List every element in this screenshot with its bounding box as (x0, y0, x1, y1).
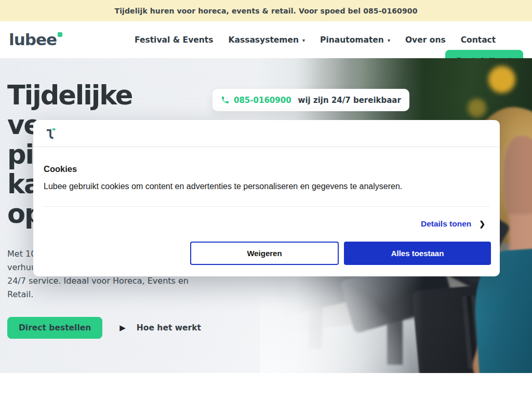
cookie-dialog-title: Cookies (44, 164, 489, 174)
logo-text: lubee (9, 32, 57, 48)
heading-line: Tijdelijke (7, 81, 246, 110)
divider (44, 206, 489, 207)
play-icon: ▶ (119, 323, 126, 332)
hero-cta-row: Direct bestellen ▶ Hoe het werkt (7, 317, 201, 339)
nav-item-label: Pinautomaten (320, 35, 384, 45)
chevron-down-icon: ▾ (388, 37, 390, 43)
paragraph-line: Retail. (7, 288, 231, 301)
nav-item-over-ons[interactable]: Over ons (405, 35, 446, 45)
weigeren-button[interactable]: Weigeren (190, 242, 339, 265)
announcement-banner: Tijdelijk huren voor horeca, events & re… (0, 0, 532, 21)
lubee-mark-icon (44, 126, 58, 140)
cookie-dialog-header (33, 120, 500, 147)
announcement-text: Tijdelijk huren voor horeca, events & re… (115, 7, 418, 15)
alles-toestaan-button[interactable]: Alles toestaan (344, 242, 491, 265)
phone-number: 085-0160900 (234, 96, 291, 105)
cookie-dialog-buttons: Weigeren Alles toestaan (33, 242, 500, 265)
cookie-consent-dialog: Cookies Lubee gebruikt cookies om conten… (33, 120, 500, 276)
details-tonen-link[interactable]: Details tonen ❯ (33, 219, 500, 229)
cookie-dialog-text: Lubee gebruikt cookies om content en adv… (44, 182, 489, 191)
phone-badge[interactable]: 085-0160900 wij zijn 24/7 bereikbaar (212, 89, 409, 111)
navbar: lubee Festival & Events Kassasystemen ▾ … (0, 21, 532, 58)
nav-item-label: Kassasystemen (228, 35, 299, 45)
details-tonen-label: Details tonen (421, 219, 471, 229)
nav-item-label: Festival & Events (135, 35, 213, 45)
nav-item-contact[interactable]: Contact (461, 35, 496, 45)
nav-item-pinautomaten[interactable]: Pinautomaten ▾ (320, 35, 390, 45)
chevron-right-icon: ❯ (479, 220, 485, 228)
direct-bestellen-button[interactable]: Direct bestellen (7, 317, 102, 339)
logo-green-dot (58, 32, 62, 37)
phone-icon (221, 96, 230, 104)
nav-item-label: Over ons (405, 35, 446, 45)
phone-availability-text: wij zijn 24/7 bereikbaar (298, 96, 401, 105)
chevron-down-icon: ▾ (302, 37, 305, 43)
nav-item-label: Contact (461, 35, 496, 45)
nav-links: Festival & Events Kassasystemen ▾ Pinaut… (135, 21, 496, 58)
logo[interactable]: lubee (9, 32, 62, 48)
hoe-het-werkt-link[interactable]: ▶ Hoe het werkt (119, 323, 201, 332)
cookie-dialog-body: Cookies Lubee gebruikt cookies om conten… (33, 164, 500, 207)
nav-item-festival-events[interactable]: Festival & Events (135, 35, 213, 45)
hoe-het-werkt-label: Hoe het werkt (137, 323, 201, 332)
nav-item-kassasystemen[interactable]: Kassasystemen ▾ (228, 35, 305, 45)
